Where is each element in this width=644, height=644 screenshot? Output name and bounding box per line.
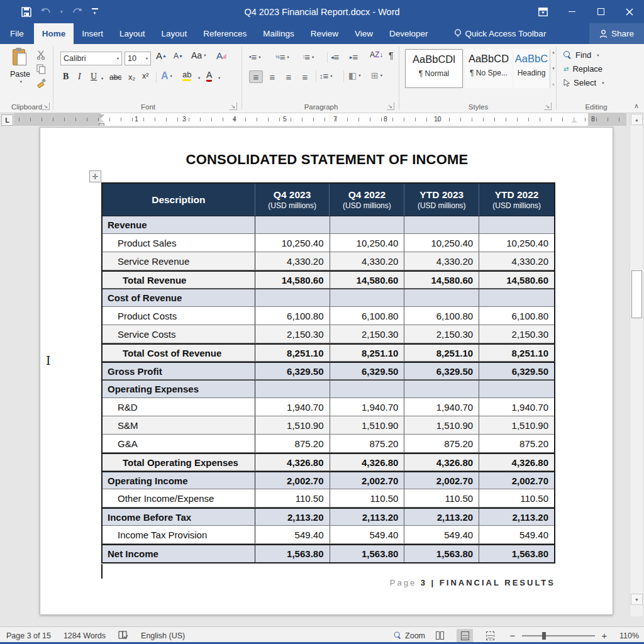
undo-icon[interactable] [40, 8, 52, 16]
row-value-cell[interactable]: 2,150.30 [330, 325, 405, 343]
row-label-cell[interactable]: Operating Expenses [103, 380, 255, 397]
row-value-cell[interactable]: 10,250.40 [330, 234, 405, 252]
show-paragraph-marks-icon[interactable]: ¶ [389, 50, 394, 60]
zoom-slider-thumb[interactable] [542, 632, 546, 640]
style-heading[interactable]: AaBbC Heading [514, 49, 549, 88]
row-value-cell[interactable] [330, 216, 405, 233]
row-value-cell[interactable] [330, 289, 405, 306]
row-value-cell[interactable]: 2,150.30 [479, 325, 554, 343]
row-value-cell[interactable]: 4,326.80 [479, 454, 554, 470]
table-row[interactable]: Total Revenue14,580.6014,580.6014,580.60… [103, 270, 554, 289]
row-value-cell[interactable]: 110.50 [404, 489, 479, 507]
row-label-cell[interactable]: Service Costs [103, 325, 255, 343]
tab-layout-2[interactable]: Layout [153, 23, 196, 44]
row-value-cell[interactable]: 14,580.60 [255, 272, 330, 288]
row-label-cell[interactable]: G&A [103, 435, 255, 452]
styles-dialog-launcher-icon[interactable]: ↘ [544, 103, 552, 110]
row-label-cell[interactable]: R&D [103, 398, 255, 416]
row-value-cell[interactable]: 1,510.90 [255, 416, 330, 434]
table-move-handle-icon[interactable]: ✛ [89, 170, 101, 182]
row-label-cell[interactable]: S&M [103, 416, 255, 434]
print-layout-button[interactable] [457, 629, 473, 643]
table-row[interactable]: S&M1,510.901,510.901,510.901,510.90 [103, 416, 554, 435]
column-header-q4-2022[interactable]: Q4 2022 (USD millions) [330, 184, 404, 216]
table-row[interactable]: Service Revenue4,330.204,330.204,330.204… [103, 252, 554, 270]
shrink-font-button[interactable]: A▼ [174, 52, 183, 60]
maximize-button[interactable] [586, 0, 615, 23]
row-value-cell[interactable]: 875.20 [330, 435, 405, 452]
justify-button[interactable]: ≡ [298, 70, 312, 83]
row-value-cell[interactable]: 6,329.50 [404, 363, 479, 379]
align-left-button[interactable]: ≡ [249, 70, 263, 83]
row-label-cell[interactable]: Revenue [103, 216, 255, 233]
scroll-down-icon[interactable]: ▼ [631, 594, 643, 605]
style-normal[interactable]: AaBbCDl ¶ Normal [405, 49, 463, 88]
table-row[interactable]: R&D1,940.701,940.701,940.701,940.70 [103, 398, 554, 416]
font-color-dropdown-icon[interactable]: ▾ [218, 75, 220, 80]
replace-button[interactable]: ⇄ Replace [564, 64, 604, 74]
undo-dropdown-icon[interactable]: ▾ [60, 9, 63, 14]
zoom-status-item[interactable]: Zoom [387, 627, 431, 644]
copy-icon[interactable] [36, 64, 46, 74]
font-dialog-launcher-icon[interactable]: ↘ [230, 103, 237, 110]
row-value-cell[interactable]: 4,330.20 [404, 252, 479, 270]
row-value-cell[interactable]: 8,251.10 [479, 345, 554, 361]
redo-icon[interactable] [72, 8, 83, 16]
row-value-cell[interactable]: 1,940.70 [255, 398, 330, 416]
proofing-status-icon[interactable] [112, 627, 135, 644]
row-value-cell[interactable]: 2,113.20 [330, 509, 405, 525]
row-value-cell[interactable]: 549.40 [330, 526, 405, 543]
row-value-cell[interactable]: 8,251.10 [330, 345, 405, 361]
page[interactable]: CONSOLIDATED STATEMENT OF INCOME ✛ Descr… [40, 127, 613, 615]
row-value-cell[interactable]: 2,150.30 [255, 325, 330, 343]
column-header-ytd-2022[interactable]: YTD 2022 (USD millions) [479, 184, 554, 216]
row-value-cell[interactable]: 110.50 [255, 489, 330, 507]
tab-file[interactable]: File [0, 23, 34, 44]
row-value-cell[interactable]: 6,329.50 [330, 363, 405, 379]
row-value-cell[interactable]: 6,100.80 [330, 307, 405, 325]
tab-insert[interactable]: Insert [74, 23, 111, 44]
row-value-cell[interactable]: 1,940.70 [479, 398, 554, 416]
table-row[interactable]: Gross Profit6,329.506,329.506,329.506,32… [103, 362, 554, 380]
scrollbar-thumb[interactable] [631, 270, 642, 318]
zoom-in-button[interactable]: + [600, 630, 609, 641]
find-button[interactable]: Find ▾ [564, 50, 604, 60]
row-value-cell[interactable]: 1,510.90 [330, 416, 405, 434]
row-value-cell[interactable]: 10,250.40 [479, 234, 554, 252]
column-header-description[interactable]: Description [103, 184, 255, 216]
right-indent-marker[interactable] [571, 119, 577, 123]
table-row[interactable]: Product Sales10,250.4010,250.4010,250.40… [103, 234, 554, 252]
styles-scroll-down-icon[interactable]: ▼ [552, 67, 555, 70]
italic-button[interactable]: I [78, 72, 81, 82]
subscript-button[interactable]: x₂ [128, 73, 135, 82]
row-value-cell[interactable] [404, 380, 479, 397]
clear-formatting-button[interactable]: A◢ [216, 50, 226, 61]
increase-indent-icon[interactable]: ▸≡ [350, 52, 358, 62]
paragraph-dialog-launcher-icon[interactable]: ↘ [387, 103, 394, 110]
table-row[interactable]: Income Before Tax2,113.202,113.202,113.2… [103, 508, 554, 526]
align-right-button[interactable]: ≡ [282, 70, 296, 83]
row-value-cell[interactable]: 875.20 [255, 435, 330, 452]
table-header-row[interactable]: Description Q4 2023 (USD millions) Q4 20… [103, 184, 554, 216]
row-value-cell[interactable]: 2,150.30 [404, 325, 479, 343]
column-header-ytd-2023[interactable]: YTD 2023 (USD millions) [404, 184, 479, 216]
styles-more-icon[interactable]: ⩛ [552, 82, 554, 87]
row-value-cell[interactable]: 1,940.70 [330, 398, 405, 416]
row-value-cell[interactable]: 6,100.80 [479, 307, 554, 325]
customize-qat-icon[interactable]: ▾ [92, 8, 98, 15]
row-label-cell[interactable]: Income Tax Provision [103, 526, 255, 543]
table-row[interactable]: Operating Income2,002.702,002.702,002.70… [103, 471, 554, 489]
row-value-cell[interactable]: 4,326.80 [330, 454, 405, 470]
ribbon-display-options-icon[interactable] [528, 0, 557, 23]
language-indicator[interactable]: English (US) [135, 627, 191, 644]
column-header-q4-2023[interactable]: Q4 2023 (USD millions) [255, 184, 330, 216]
tab-developer[interactable]: Developer [381, 23, 436, 44]
tab-references[interactable]: References [195, 23, 255, 44]
row-value-cell[interactable]: 2,002.70 [404, 472, 479, 489]
row-value-cell[interactable] [404, 289, 479, 306]
table-row[interactable]: Cost of Revenue [103, 289, 554, 307]
row-value-cell[interactable] [479, 380, 554, 397]
row-value-cell[interactable]: 6,100.80 [404, 307, 479, 325]
row-value-cell[interactable]: 6,329.50 [479, 363, 554, 379]
table-row[interactable]: Income Tax Provision549.40549.40549.4054… [103, 526, 554, 544]
